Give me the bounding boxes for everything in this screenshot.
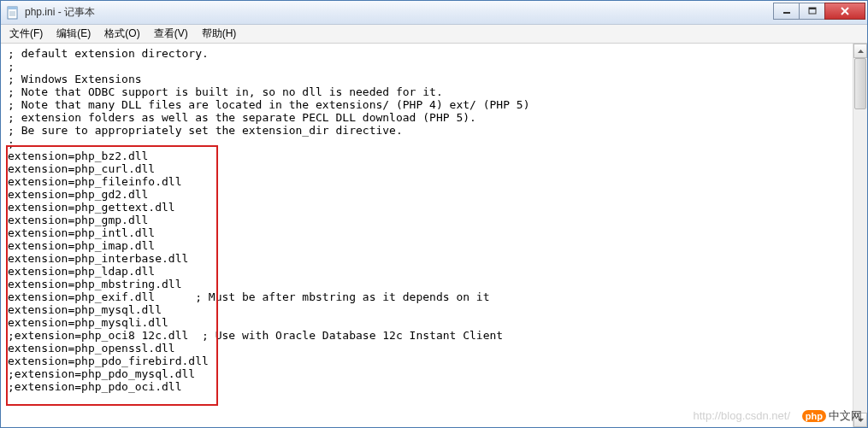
text-line: ;	[8, 60, 846, 73]
menu-edit[interactable]: 编辑(E)	[50, 25, 97, 43]
menu-format[interactable]: 格式(O)	[97, 25, 146, 43]
close-icon	[840, 7, 850, 15]
text-line: ;extension=php_pdo_oci.dll	[8, 380, 846, 393]
text-line: ; Windows Extensions	[8, 73, 846, 85]
text-line: extension=php_fileinfo.dll	[8, 175, 846, 188]
notepad-window: php.ini - 记事本 文件(F) 编辑(E) 格式(O) 查看(V) 帮助…	[0, 0, 868, 428]
svg-marker-10	[858, 50, 864, 53]
scroll-track[interactable]	[853, 58, 867, 413]
window-controls	[773, 3, 865, 20]
text-line: ; Note that ODBC support is built in, so…	[8, 85, 846, 98]
chevron-down-icon	[858, 419, 864, 422]
text-line: extension=php_mbstring.dll	[8, 278, 846, 290]
menu-help[interactable]: 帮助(H)	[195, 25, 244, 43]
minimize-icon	[782, 7, 791, 15]
maximize-button[interactable]	[799, 3, 824, 20]
text-line: extension=php_imap.dll	[8, 239, 846, 252]
minimize-button[interactable]	[773, 3, 799, 20]
scroll-up-button[interactable]	[853, 44, 867, 58]
notepad-icon	[6, 6, 20, 20]
text-line: ; Note that many DLL files are located i…	[8, 98, 846, 111]
text-line: ; extension folders as well as the separ…	[8, 111, 846, 124]
text-line: ; Be sure to appropriately set the exten…	[8, 124, 846, 137]
text-line: ; default extension directory.	[8, 47, 846, 60]
scroll-down-button[interactable]	[853, 413, 867, 427]
text-line: extension=php_interbase.dll	[8, 252, 846, 265]
text-line: ;	[8, 137, 846, 150]
text-line: extension=php_pdo_firebird.dll	[8, 355, 846, 367]
text-line: extension=php_intl.dll	[8, 226, 846, 239]
svg-rect-1	[8, 7, 17, 9]
text-line: ;extension=php_oci8 12c.dll ; Use with O…	[8, 329, 846, 342]
text-line: extension=php_gd2.dll	[8, 188, 846, 201]
text-line: extension=php_ldap.dll	[8, 265, 846, 278]
maximize-icon	[808, 7, 817, 15]
menubar: 文件(F) 编辑(E) 格式(O) 查看(V) 帮助(H)	[1, 25, 867, 44]
chevron-up-icon	[858, 50, 864, 53]
text-line: extension=php_exif.dll ; Must be after m…	[8, 290, 846, 303]
svg-marker-11	[858, 419, 864, 422]
titlebar-left: php.ini - 记事本	[6, 5, 95, 20]
menu-file[interactable]: 文件(F)	[3, 25, 50, 43]
titlebar: php.ini - 记事本	[1, 1, 867, 25]
scroll-thumb[interactable]	[854, 58, 866, 109]
text-line: extension=php_mysql.dll	[8, 303, 846, 316]
text-line: extension=php_curl.dll	[8, 162, 846, 175]
text-line: extension=php_gettext.dll	[8, 201, 846, 214]
text-line: extension=php_gmp.dll	[8, 214, 846, 226]
window-title: php.ini - 记事本	[25, 5, 95, 20]
text-line: extension=php_openssl.dll	[8, 342, 846, 355]
content-wrap: ; default extension directory.;; Windows…	[1, 44, 867, 427]
close-button[interactable]	[824, 3, 865, 20]
text-line: extension=php_bz2.dll	[8, 150, 846, 162]
vertical-scrollbar[interactable]	[853, 44, 867, 427]
text-line: extension=php_mysqli.dll	[8, 316, 846, 329]
text-line: ;extension=php_pdo_mysql.dll	[8, 367, 846, 380]
menu-view[interactable]: 查看(V)	[147, 25, 195, 43]
text-area[interactable]: ; default extension directory.;; Windows…	[1, 44, 853, 427]
